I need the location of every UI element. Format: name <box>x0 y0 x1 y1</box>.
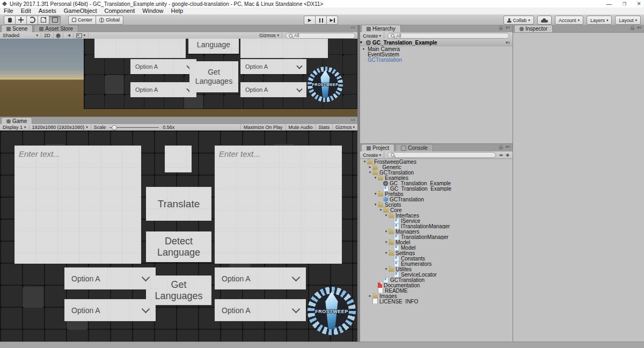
hierarchy-search-input[interactable]: All <box>387 33 509 39</box>
shading-dropdown[interactable]: Shaded ▾ <box>0 33 41 38</box>
pan-tool-button[interactable] <box>4 16 16 25</box>
game-gizmos-dropdown[interactable]: Gizmos ▾ <box>332 124 357 130</box>
tab-inspector[interactable]: Inspector <box>514 25 553 32</box>
project-tree-row[interactable]: Constants <box>360 256 513 261</box>
detect-language-button[interactable]: Detect Language <box>146 231 211 262</box>
expander-icon[interactable]: ▾ <box>362 160 367 164</box>
menu-help[interactable]: Help <box>167 8 187 15</box>
rotate-tool-button[interactable] <box>27 16 38 25</box>
lighting-toggle[interactable] <box>54 33 63 38</box>
expander-icon[interactable]: ▾ <box>373 192 378 196</box>
maximize-on-play-toggle[interactable]: Maximize On Play <box>240 124 286 130</box>
project-tree-row[interactable]: GCTranslation <box>360 197 513 202</box>
effects-dropdown[interactable]: ▾ <box>74 33 89 38</box>
translate-button[interactable]: Translate <box>146 187 211 221</box>
project-tree-row[interactable]: Model <box>360 245 513 250</box>
project-tree-row[interactable]: ▾Prefabs <box>360 191 513 197</box>
stats-toggle[interactable]: Stats <box>315 124 332 130</box>
project-search-input[interactable] <box>387 152 496 158</box>
project-tree-row[interactable]: ▾Utilites <box>360 266 513 272</box>
project-tree-row[interactable]: LICENSE_INFO <box>360 299 513 304</box>
panel-menu-icon[interactable]: +≡ <box>350 118 355 122</box>
project-tree-row[interactable]: Documentation <box>360 282 513 288</box>
expander-icon[interactable]: ▾ <box>378 208 383 212</box>
hierarchy-item-gctranslation[interactable]: GCTranslation <box>360 57 513 62</box>
close-button[interactable]: × <box>637 0 641 8</box>
get-languages-button[interactable]: Get Languages <box>146 276 211 305</box>
project-tree-row[interactable]: ▾Core <box>360 207 513 213</box>
move-tool-button[interactable] <box>16 16 27 25</box>
hierarchy-item-main-camera[interactable]: ▸Main Camera <box>360 46 513 52</box>
target-language-dropdown[interactable]: Option A <box>215 267 306 289</box>
display-dropdown[interactable]: Display 1 ▾ <box>0 125 30 130</box>
search-by-label-icon[interactable]: ◆ <box>506 153 509 157</box>
resolution-dropdown[interactable]: 1920x1080 (1920x1080) ▾ <box>30 125 91 130</box>
panel-menu-icon[interactable]: ▾≡ <box>506 145 510 149</box>
scale-slider-track[interactable] <box>109 127 159 128</box>
tab-scene[interactable]: Scene <box>1 25 33 32</box>
project-tree-row[interactable]: GC_Translation_Example <box>360 180 513 186</box>
tab-console[interactable]: Console <box>396 144 433 151</box>
audio-toggle[interactable] <box>63 33 74 38</box>
expander-icon[interactable]: ▸ <box>368 294 372 298</box>
source-language-dropdown-2[interactable]: Option A <box>64 299 156 321</box>
expander-icon[interactable]: ▸ <box>368 165 372 169</box>
panel-menu-icon[interactable]: +≡ <box>350 26 355 30</box>
expander-icon[interactable]: ▾ <box>384 213 389 218</box>
tab-game[interactable]: Game <box>1 117 32 125</box>
project-tree-row[interactable]: ▸Images <box>360 293 513 299</box>
tab-asset-store[interactable]: Asset Store <box>34 25 78 32</box>
menu-window[interactable]: Window <box>138 8 167 15</box>
restore-button[interactable]: ❐ <box>623 2 626 6</box>
project-tree-row[interactable]: ▾FrostweepGames <box>360 159 513 164</box>
lock-icon[interactable] <box>499 27 503 30</box>
rect-tool-button[interactable] <box>49 16 61 25</box>
project-tree-row[interactable]: ServiceLocator <box>360 272 513 277</box>
scene-gizmos-dropdown[interactable]: Gizmos ▾ <box>257 33 282 38</box>
project-create-dropdown[interactable]: Create ▾ <box>360 151 384 158</box>
tab-project[interactable]: Project <box>361 144 394 151</box>
project-tree-row[interactable]: GC_Translation_Example <box>360 186 513 191</box>
result-text-input[interactable]: Enter text... <box>215 146 342 264</box>
expander-icon[interactable]: ▾ <box>373 176 378 180</box>
panel-menu-icon[interactable]: ▾≡ <box>637 26 642 30</box>
search-by-type-icon[interactable]: ◂▸ <box>499 153 503 157</box>
expander-icon[interactable]: ▾ <box>373 202 378 207</box>
lock-icon[interactable] <box>631 27 634 30</box>
expander-icon[interactable]: ▾ <box>368 170 372 175</box>
panel-menu-icon[interactable]: ▾≡ <box>506 26 510 30</box>
scene-menu-icon[interactable]: ▾≡ <box>506 40 510 45</box>
menu-edit[interactable]: Edit <box>17 8 35 15</box>
pivot-toggle-button[interactable]: Center <box>68 16 96 25</box>
collab-button[interactable]: Collab ▾ <box>503 16 534 25</box>
project-tree-row[interactable]: ▾Scripts <box>360 202 513 207</box>
scale-slider-knob[interactable] <box>112 125 117 130</box>
account-dropdown[interactable]: Account ▾ <box>555 16 583 25</box>
expander-icon[interactable]: ▸ <box>360 47 368 51</box>
step-button[interactable]: ▶ <box>327 16 338 25</box>
space-toggle-button[interactable]: Global <box>96 16 123 25</box>
game-viewport[interactable]: Enter text... Enter text... Translate De… <box>0 130 357 342</box>
expander-icon[interactable]: ▾ <box>360 40 366 45</box>
source-text-input[interactable]: Enter text... <box>14 146 141 264</box>
mute-audio-toggle[interactable]: Mute Audio <box>285 124 315 130</box>
scale-slider[interactable]: Scale 0.56x <box>91 125 178 130</box>
scale-tool-button[interactable] <box>38 16 49 25</box>
project-tree-row[interactable]: TranslationManager <box>360 234 513 240</box>
minimize-button[interactable]: — <box>606 1 612 7</box>
project-tree-row[interactable]: ▾Model <box>360 240 513 245</box>
hierarchy-create-dropdown[interactable]: Create ▾ <box>360 32 384 39</box>
cloud-button[interactable] <box>537 16 552 25</box>
play-button[interactable]: ▶ <box>304 16 316 25</box>
expander-icon[interactable]: ▾ <box>384 251 389 255</box>
2d-toggle[interactable]: 2D <box>41 33 54 38</box>
source-language-dropdown[interactable]: Option A <box>64 267 156 289</box>
expander-icon[interactable]: ▾ <box>384 229 389 234</box>
project-tree-row[interactable]: ▾Interfaces <box>360 213 513 218</box>
project-tree-row[interactable]: IService <box>360 218 513 223</box>
scene-viewport[interactable]: Detect Language Option A Option A Option… <box>0 39 357 117</box>
menu-gameobject[interactable]: GameObject <box>60 8 101 15</box>
menu-component[interactable]: Component <box>100 8 138 15</box>
project-tree-row[interactable]: ▾Examples <box>360 175 513 180</box>
project-tree-row[interactable]: ▾Managers <box>360 229 513 234</box>
